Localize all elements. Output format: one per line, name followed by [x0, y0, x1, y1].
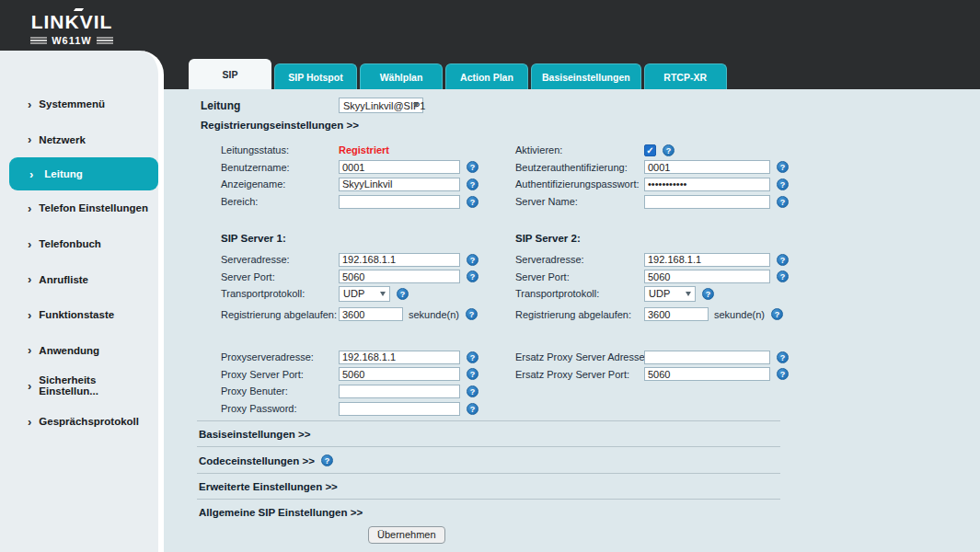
- sekunden-unit-label: sekunde(n): [409, 309, 459, 320]
- help-icon[interactable]: [397, 288, 409, 300]
- section-allgemeine-sip-einstellungen[interactable]: Allgemeine SIP Einstellungen >>: [199, 507, 363, 518]
- help-icon[interactable]: [777, 254, 789, 266]
- help-icon[interactable]: [467, 368, 478, 380]
- chevron-right-icon: ›: [28, 202, 31, 214]
- proxyserveradresse-label: Proxyserveradresse:: [221, 351, 339, 362]
- tab-sip[interactable]: SIP: [189, 59, 271, 89]
- sidebar-item-sicherheits-einstellungen[interactable]: › Sicherheits Einstellun...: [0, 368, 158, 404]
- sip-server-2-title: SIP Server 2:: [515, 233, 789, 244]
- tab-action-plan[interactable]: Action Plan: [445, 63, 528, 89]
- serveradresse-2-input[interactable]: [644, 253, 770, 267]
- sidebar: › Systemmenü › Netzwerk › Leitung › Tele…: [0, 51, 164, 552]
- serveradresse-1-input[interactable]: [339, 253, 460, 267]
- server-port-1-input[interactable]: [339, 270, 460, 283]
- sidebar-item-systemmenu[interactable]: › Systemmenü: [0, 86, 158, 122]
- help-icon[interactable]: [467, 351, 478, 363]
- sidebar-item-label: Telefon Einstellungen: [39, 202, 148, 213]
- sidebar-item-label: Leitung: [44, 168, 83, 179]
- chevron-down-icon: [413, 103, 419, 108]
- server-name-input[interactable]: [644, 195, 770, 209]
- chevron-right-icon: ›: [28, 380, 31, 392]
- section-erweiterte-einstellungen[interactable]: Erweiterte Einstellungen >>: [199, 481, 338, 492]
- tab-sip-hotspot[interactable]: SIP Hotspot: [274, 63, 357, 89]
- proxy-server-port-input[interactable]: [339, 367, 460, 381]
- aktivieren-checkbox[interactable]: [644, 144, 656, 156]
- proxy-benuter-label: Proxy Benuter:: [221, 385, 339, 397]
- help-icon[interactable]: [777, 178, 789, 190]
- ersatz-proxy-port-input[interactable]: [644, 367, 770, 381]
- leitungsstatus-label: Leitungsstatus:: [221, 144, 339, 155]
- section-registrierungseinstellungen[interactable]: Registrierungseinstellungen >>: [201, 120, 359, 131]
- chevron-right-icon: ›: [28, 344, 31, 356]
- chevron-right-icon: ›: [28, 98, 31, 110]
- sekunden-unit-label: sekunde(n): [714, 309, 765, 320]
- ersatz-proxy-port-label: Ersatz Proxy Server Port:: [515, 369, 644, 380]
- aktivieren-label: Aktivieren:: [515, 144, 644, 155]
- sidebar-item-label: Anwendung: [39, 345, 99, 356]
- authentifizierungspasswort-label: Authentifizierungspasswort:: [515, 178, 644, 190]
- help-icon[interactable]: [663, 144, 674, 156]
- registrierung-abgelaufen-1-input[interactable]: [339, 307, 403, 321]
- help-icon[interactable]: [467, 385, 478, 397]
- server-port-2-input[interactable]: [644, 270, 770, 283]
- bereich-label: Bereich:: [221, 196, 339, 207]
- help-icon[interactable]: [777, 368, 789, 380]
- transport-1-value: UDP: [343, 288, 364, 299]
- transportprotokoll-2-select[interactable]: UDP: [644, 286, 696, 302]
- help-icon[interactable]: [777, 196, 789, 208]
- help-icon[interactable]: [777, 270, 789, 282]
- sidebar-item-anwendung[interactable]: › Anwendung: [0, 333, 158, 369]
- anzeigename-input[interactable]: [339, 178, 460, 191]
- beutzerauthentifizierung-label: Beutzerauthentifizierung:: [515, 162, 644, 173]
- help-icon[interactable]: [467, 254, 478, 266]
- help-icon[interactable]: [466, 308, 478, 320]
- beutzerauthentifizierung-input[interactable]: [644, 160, 770, 174]
- main-content: Leitung SkyyLinkvil@SIP1 Registrierungse…: [164, 89, 980, 552]
- brand-name-text: LINKVIL: [31, 11, 113, 32]
- brand-logo: LINKVIL W611W: [17, 11, 127, 46]
- proxy-benuter-input[interactable]: [339, 385, 460, 398]
- transportprotokoll-1-label: Transportprotokoll:: [221, 288, 339, 299]
- sidebar-item-telefonbuch[interactable]: › Telefonbuch: [0, 226, 158, 262]
- anzeigename-label: Anzeigename:: [221, 178, 339, 190]
- line-select[interactable]: SkyyLinkvil@SIP1: [339, 98, 423, 113]
- sidebar-item-funktionstaste[interactable]: › Funktionstaste: [0, 297, 158, 333]
- help-icon[interactable]: [702, 288, 714, 300]
- help-icon[interactable]: [777, 351, 789, 363]
- sidebar-item-label: Netzwerk: [39, 134, 86, 145]
- proxy-password-input[interactable]: [339, 402, 460, 416]
- section-codeceinstellungen[interactable]: Codeceinstellungen >>: [199, 455, 315, 466]
- help-icon[interactable]: [467, 161, 478, 173]
- chevron-right-icon: ›: [28, 309, 31, 321]
- help-icon[interactable]: [771, 308, 783, 320]
- help-icon[interactable]: [467, 196, 478, 208]
- tab-rtcp-xr[interactable]: RTCP-XR: [644, 63, 727, 89]
- benutzername-input[interactable]: [339, 160, 460, 174]
- section-basiseinstellungen[interactable]: Basiseinstellungen >>: [199, 429, 310, 440]
- authentifizierungspasswort-input[interactable]: [644, 178, 770, 191]
- serveradresse-1-label: Serveradresse:: [221, 254, 339, 265]
- apply-button[interactable]: Übernehmen: [368, 526, 445, 544]
- help-icon[interactable]: [467, 178, 478, 190]
- sidebar-item-netzwerk[interactable]: › Netzwerk: [0, 122, 158, 158]
- transportprotokoll-1-select[interactable]: UDP: [339, 286, 390, 302]
- help-icon[interactable]: [777, 161, 789, 173]
- registrierung-abgelaufen-2-input[interactable]: [644, 307, 709, 321]
- chevron-right-icon: ›: [29, 168, 33, 180]
- ersatz-proxy-adresse-input[interactable]: [644, 351, 770, 364]
- tab-waehlplan[interactable]: Wählplan: [360, 63, 443, 89]
- collapsed-sections: Basiseinstellungen >> Codeceinstellungen…: [197, 420, 780, 524]
- sidebar-item-anrufliste[interactable]: › Anrufliste: [0, 261, 158, 297]
- sidebar-item-leitung[interactable]: › Leitung: [9, 157, 158, 190]
- sidebar-item-gespraechsprotokoll[interactable]: › Gesprächsprotokoll: [0, 404, 158, 440]
- server-name-label: Server Name:: [515, 196, 644, 207]
- brand-model: W611W: [52, 35, 92, 46]
- help-icon[interactable]: [467, 403, 478, 415]
- sidebar-item-label: Telefonbuch: [39, 238, 101, 249]
- sidebar-item-telefon-einstellungen[interactable]: › Telefon Einstellungen: [0, 190, 158, 226]
- help-icon[interactable]: [467, 270, 478, 282]
- help-icon[interactable]: [321, 454, 333, 466]
- proxyserveradresse-input[interactable]: [339, 351, 460, 364]
- bereich-input[interactable]: [339, 195, 460, 209]
- tab-basiseinstellungen[interactable]: Basiseinstellungen: [531, 63, 641, 89]
